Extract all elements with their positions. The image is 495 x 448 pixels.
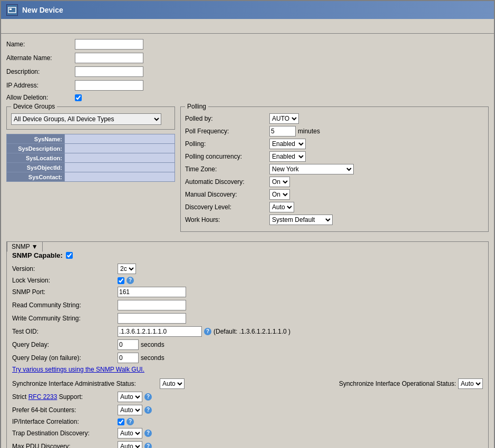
max-pdu-dropdown[interactable]: Auto xyxy=(118,441,142,448)
trap-destination-info-icon[interactable]: ? xyxy=(144,430,152,437)
snmp-port-label: SNMP Port: xyxy=(12,288,118,296)
polling-concurrency-row: Polling concurrency: Enabled Disabled xyxy=(185,151,484,162)
description-row: Description: xyxy=(6,66,489,77)
left-panel: Device Groups All Device Groups, All Dev… xyxy=(6,106,175,236)
trap-destination-control: Auto ? xyxy=(118,428,152,439)
strict-rfc-dropdown[interactable]: Auto xyxy=(118,392,142,402)
syslocation-value xyxy=(65,153,175,163)
ip-address-input[interactable] xyxy=(75,80,143,91)
syscontact-value xyxy=(65,172,175,182)
polling-enabled-row: Polling: Enabled Disabled xyxy=(185,139,484,149)
name-input[interactable] xyxy=(75,39,143,50)
device-groups-box: Device Groups All Device Groups, All Dev… xyxy=(6,106,175,130)
query-delay-input[interactable] xyxy=(118,339,139,350)
snmp-capable-checkbox[interactable] xyxy=(66,252,73,259)
snmp-port-row: SNMP Port: xyxy=(12,287,483,297)
rfc-link[interactable]: RFC 2233 xyxy=(28,393,57,401)
auto-discovery-row: Automatic Discovery: On Off xyxy=(185,177,484,187)
sync-row: Synchronize Interface Administrative Sta… xyxy=(12,378,483,389)
ip-address-row: IP Address: xyxy=(6,80,489,91)
timezone-label: Time Zone: xyxy=(185,165,269,173)
snmp-walk-link[interactable]: Try various settings using the SNMP Walk… xyxy=(12,366,144,373)
test-oid-info-icon[interactable]: ? xyxy=(204,328,211,335)
polling-enabled-control: Enabled Disabled xyxy=(269,139,306,149)
sync-operational-dropdown[interactable]: Auto xyxy=(458,378,483,389)
polling-dropdown[interactable]: Enabled Disabled xyxy=(269,139,306,149)
prefer-64bit-info-icon[interactable]: ? xyxy=(144,406,152,414)
query-delay-failure-input[interactable] xyxy=(118,353,139,363)
lock-version-checkbox[interactable] xyxy=(118,277,124,284)
auto-discovery-dropdown[interactable]: On Off xyxy=(269,177,290,187)
snmp-capable-row: SNMP Capable: xyxy=(12,251,483,259)
window-title: New Device xyxy=(22,6,63,14)
timezone-control: New York xyxy=(269,164,354,174)
strict-rfc-row: Strict RFC 2233 Support: Auto ? xyxy=(12,392,483,402)
work-hours-row: Work Hours: System Default xyxy=(185,215,484,225)
sysdesc-label: SysDescription: xyxy=(7,144,65,153)
discovery-level-control: Auto xyxy=(269,202,294,212)
test-oid-default: (Default: .1.3.6.1.2.1.1.1.0 ) xyxy=(213,328,290,335)
title-bar: New Device xyxy=(1,1,494,19)
window-icon xyxy=(6,4,18,16)
lock-version-info-icon[interactable]: ? xyxy=(127,277,134,284)
max-pdu-info-icon[interactable]: ? xyxy=(144,443,152,448)
discovery-level-dropdown[interactable]: Auto xyxy=(269,202,294,212)
syscontact-row: SysContact: xyxy=(7,172,175,182)
polling-concurrency-dropdown[interactable]: Enabled Disabled xyxy=(269,151,306,162)
sysname-row: SysName: xyxy=(7,134,175,144)
description-input[interactable] xyxy=(75,66,143,77)
work-hours-label: Work Hours: xyxy=(185,216,269,223)
sysinfo-container: SysName: SysDescription: SysLocation: xyxy=(6,134,175,182)
strict-rfc-control: Auto ? xyxy=(118,392,152,402)
timezone-dropdown[interactable]: New York xyxy=(269,164,354,174)
svg-rect-1 xyxy=(9,8,12,10)
write-community-input[interactable] xyxy=(118,313,186,324)
ip-correlation-info-icon[interactable]: ? xyxy=(127,418,134,425)
write-community-label: Write Community String: xyxy=(12,315,118,322)
sysobjectid-label: SysObjectId: xyxy=(7,163,65,172)
snmp-walk-link-row: Try various settings using the SNMP Walk… xyxy=(12,366,483,373)
query-delay-failure-label: Query Delay (on failure): xyxy=(12,354,118,362)
work-hours-dropdown[interactable]: System Default xyxy=(269,215,333,225)
allow-deletion-checkbox[interactable] xyxy=(75,94,82,101)
discovery-level-label: Discovery Level: xyxy=(185,203,269,211)
query-delay-control: seconds xyxy=(118,339,164,350)
snmp-port-input[interactable] xyxy=(118,287,186,297)
strict-rfc-info-icon[interactable]: ? xyxy=(144,393,152,401)
manual-discovery-label: Manual Discovery: xyxy=(185,191,269,198)
name-label: Name: xyxy=(6,41,75,48)
sysname-value xyxy=(65,134,175,144)
read-community-label: Read Community String: xyxy=(12,301,118,309)
max-pdu-label: Max PDU Discovery: xyxy=(12,443,118,448)
polled-by-dropdown[interactable]: AUTO xyxy=(269,113,299,124)
alternate-name-row: Alternate Name: xyxy=(6,53,489,63)
version-label: Version: xyxy=(12,265,118,272)
prefer-64bit-control: Auto ? xyxy=(118,405,152,415)
test-oid-input[interactable] xyxy=(118,326,202,337)
poll-frequency-control: minutes xyxy=(269,126,320,137)
write-community-row: Write Community String: xyxy=(12,313,483,324)
syslocation-label: SysLocation: xyxy=(7,153,65,163)
poll-frequency-input[interactable] xyxy=(269,126,296,137)
ip-correlation-label: IP/Interface Correlation: xyxy=(12,418,118,425)
lock-version-label: Lock Version: xyxy=(12,277,118,284)
sysinfo-table: SysName: SysDescription: SysLocation: xyxy=(6,134,175,182)
prefer-64bit-dropdown[interactable]: Auto xyxy=(118,405,142,415)
device-groups-dropdown[interactable]: All Device Groups, All Device Types xyxy=(11,113,161,125)
sync-operational-group: Synchronize Interface Operational Status… xyxy=(339,378,483,389)
trap-destination-dropdown[interactable]: Auto xyxy=(118,428,142,439)
version-dropdown[interactable]: 2c 1 3 xyxy=(118,264,136,274)
sync-admin-dropdown[interactable]: Auto xyxy=(160,378,185,389)
alternate-name-input[interactable] xyxy=(75,53,143,63)
main-window: New Device Name: Alternate Name: Descrip… xyxy=(0,0,495,448)
manual-discovery-row: Manual Discovery: On Off xyxy=(185,189,484,200)
main-content: Name: Alternate Name: Description: IP Ad… xyxy=(1,34,494,448)
ip-correlation-checkbox[interactable] xyxy=(118,418,124,425)
manual-discovery-dropdown[interactable]: On Off xyxy=(269,189,290,200)
read-community-input[interactable] xyxy=(118,300,186,310)
sysname-label: SysName: xyxy=(7,134,65,144)
ip-correlation-control: ? xyxy=(118,418,134,425)
polling-label: Polling: xyxy=(185,140,269,148)
snmp-tab[interactable]: SNMP ▼ xyxy=(7,241,43,252)
lock-version-control: ? xyxy=(118,277,134,284)
